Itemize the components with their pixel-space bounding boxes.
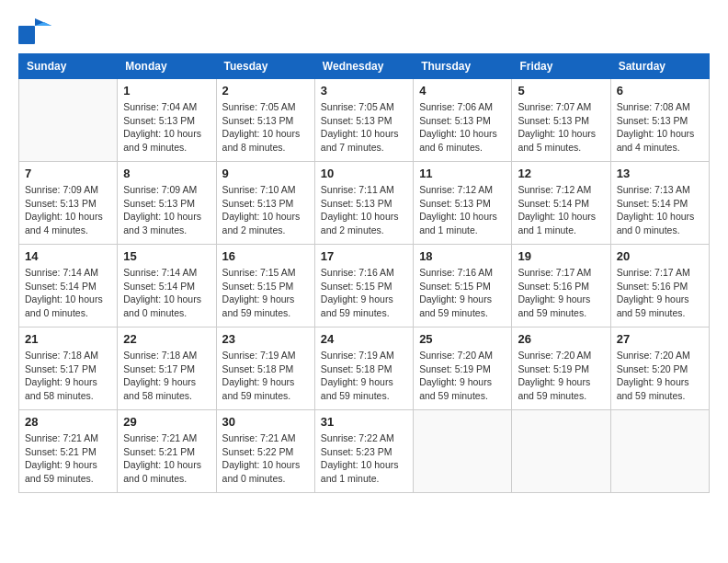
- calendar-cell: 18Sunrise: 7:16 AM Sunset: 5:15 PM Dayli…: [414, 245, 512, 327]
- day-detail: Sunrise: 7:22 AM Sunset: 5:23 PM Dayligh…: [321, 431, 407, 486]
- calendar-cell: 21Sunrise: 7:18 AM Sunset: 5:17 PM Dayli…: [19, 327, 118, 410]
- calendar-cell: 15Sunrise: 7:14 AM Sunset: 5:14 PM Dayli…: [118, 245, 216, 327]
- day-detail: Sunrise: 7:18 AM Sunset: 5:17 PM Dayligh…: [25, 349, 111, 403]
- weekday-header-wednesday: Wednesday: [314, 54, 413, 79]
- day-number: 24: [321, 332, 407, 346]
- calendar-week-row: 1Sunrise: 7:04 AM Sunset: 5:13 PM Daylig…: [19, 79, 710, 162]
- day-detail: Sunrise: 7:08 AM Sunset: 5:13 PM Dayligh…: [617, 100, 703, 155]
- calendar-cell: 2Sunrise: 7:05 AM Sunset: 5:13 PM Daylig…: [216, 79, 314, 162]
- day-number: 31: [321, 415, 407, 429]
- day-detail: Sunrise: 7:21 AM Sunset: 5:21 PM Dayligh…: [123, 431, 210, 486]
- calendar-cell: 6Sunrise: 7:08 AM Sunset: 5:13 PM Daylig…: [610, 79, 709, 162]
- calendar-cell: 11Sunrise: 7:12 AM Sunset: 5:13 PM Dayli…: [414, 162, 512, 245]
- calendar-cell: 28Sunrise: 7:21 AM Sunset: 5:21 PM Dayli…: [19, 410, 118, 493]
- day-detail: Sunrise: 7:19 AM Sunset: 5:18 PM Dayligh…: [321, 349, 407, 403]
- calendar-cell: 3Sunrise: 7:05 AM Sunset: 5:13 PM Daylig…: [314, 79, 413, 162]
- day-number: 30: [222, 415, 309, 429]
- calendar-cell: 4Sunrise: 7:06 AM Sunset: 5:13 PM Daylig…: [414, 79, 512, 162]
- day-number: 17: [321, 249, 407, 263]
- day-detail: Sunrise: 7:17 AM Sunset: 5:16 PM Dayligh…: [518, 266, 604, 320]
- day-number: 29: [123, 415, 210, 429]
- day-number: 6: [617, 84, 703, 98]
- calendar-cell: 17Sunrise: 7:16 AM Sunset: 5:15 PM Dayli…: [314, 245, 413, 327]
- day-number: 10: [321, 167, 407, 180]
- day-number: 27: [617, 332, 703, 346]
- day-detail: Sunrise: 7:16 AM Sunset: 5:15 PM Dayligh…: [419, 266, 506, 320]
- day-detail: Sunrise: 7:20 AM Sunset: 5:19 PM Dayligh…: [419, 349, 506, 403]
- day-detail: Sunrise: 7:15 AM Sunset: 5:15 PM Dayligh…: [222, 266, 309, 320]
- day-number: 22: [123, 332, 210, 346]
- logo: [18, 18, 55, 44]
- calendar-cell: 29Sunrise: 7:21 AM Sunset: 5:21 PM Dayli…: [118, 410, 216, 493]
- calendar-cell: 16Sunrise: 7:15 AM Sunset: 5:15 PM Dayli…: [216, 245, 314, 327]
- calendar-cell: 12Sunrise: 7:12 AM Sunset: 5:14 PM Dayli…: [512, 162, 610, 245]
- day-detail: Sunrise: 7:14 AM Sunset: 5:14 PM Dayligh…: [25, 266, 111, 320]
- day-number: 19: [518, 249, 604, 263]
- day-detail: Sunrise: 7:09 AM Sunset: 5:13 PM Dayligh…: [123, 183, 210, 237]
- calendar-cell: 7Sunrise: 7:09 AM Sunset: 5:13 PM Daylig…: [19, 162, 118, 245]
- day-number: 5: [518, 84, 604, 98]
- day-number: 2: [222, 84, 309, 98]
- day-number: 4: [419, 84, 506, 98]
- weekday-header-monday: Monday: [118, 54, 216, 79]
- svg-rect-0: [18, 26, 35, 44]
- calendar-week-row: 21Sunrise: 7:18 AM Sunset: 5:17 PM Dayli…: [19, 327, 710, 410]
- day-detail: Sunrise: 7:18 AM Sunset: 5:17 PM Dayligh…: [123, 349, 210, 403]
- day-number: 23: [222, 332, 309, 346]
- calendar-cell: 27Sunrise: 7:20 AM Sunset: 5:20 PM Dayli…: [610, 327, 709, 410]
- weekday-header-tuesday: Tuesday: [216, 54, 314, 79]
- day-number: 14: [25, 249, 111, 263]
- calendar-cell: 25Sunrise: 7:20 AM Sunset: 5:19 PM Dayli…: [414, 327, 512, 410]
- calendar-cell: 26Sunrise: 7:20 AM Sunset: 5:19 PM Dayli…: [512, 327, 610, 410]
- day-detail: Sunrise: 7:10 AM Sunset: 5:13 PM Dayligh…: [222, 183, 309, 237]
- day-detail: Sunrise: 7:20 AM Sunset: 5:19 PM Dayligh…: [518, 349, 604, 403]
- weekday-header-row: SundayMondayTuesdayWednesdayThursdayFrid…: [19, 54, 710, 79]
- weekday-header-thursday: Thursday: [414, 54, 512, 79]
- day-detail: Sunrise: 7:20 AM Sunset: 5:20 PM Dayligh…: [617, 349, 703, 403]
- day-detail: Sunrise: 7:19 AM Sunset: 5:18 PM Dayligh…: [222, 349, 309, 403]
- calendar-cell: 23Sunrise: 7:19 AM Sunset: 5:18 PM Dayli…: [216, 327, 314, 410]
- logo-icon: [18, 18, 51, 44]
- calendar-week-row: 14Sunrise: 7:14 AM Sunset: 5:14 PM Dayli…: [19, 245, 710, 327]
- weekday-header-saturday: Saturday: [610, 54, 709, 79]
- day-detail: Sunrise: 7:16 AM Sunset: 5:15 PM Dayligh…: [321, 266, 407, 320]
- page-header: [18, 18, 710, 44]
- calendar-cell: [19, 79, 118, 162]
- day-detail: Sunrise: 7:11 AM Sunset: 5:13 PM Dayligh…: [321, 183, 407, 237]
- day-detail: Sunrise: 7:21 AM Sunset: 5:21 PM Dayligh…: [25, 431, 111, 486]
- day-number: 9: [222, 167, 309, 180]
- day-number: 16: [222, 249, 309, 263]
- calendar-cell: 20Sunrise: 7:17 AM Sunset: 5:16 PM Dayli…: [610, 245, 709, 327]
- calendar-cell: 5Sunrise: 7:07 AM Sunset: 5:13 PM Daylig…: [512, 79, 610, 162]
- calendar-cell: 24Sunrise: 7:19 AM Sunset: 5:18 PM Dayli…: [314, 327, 413, 410]
- calendar-cell: 30Sunrise: 7:21 AM Sunset: 5:22 PM Dayli…: [216, 410, 314, 493]
- day-number: 28: [25, 415, 111, 429]
- calendar-cell: 19Sunrise: 7:17 AM Sunset: 5:16 PM Dayli…: [512, 245, 610, 327]
- calendar-cell: 8Sunrise: 7:09 AM Sunset: 5:13 PM Daylig…: [118, 162, 216, 245]
- day-detail: Sunrise: 7:09 AM Sunset: 5:13 PM Dayligh…: [25, 183, 111, 237]
- calendar-cell: 13Sunrise: 7:13 AM Sunset: 5:14 PM Dayli…: [610, 162, 709, 245]
- day-detail: Sunrise: 7:04 AM Sunset: 5:13 PM Dayligh…: [123, 100, 210, 155]
- calendar-cell: 22Sunrise: 7:18 AM Sunset: 5:17 PM Dayli…: [118, 327, 216, 410]
- calendar-cell: [610, 410, 709, 493]
- calendar-cell: 9Sunrise: 7:10 AM Sunset: 5:13 PM Daylig…: [216, 162, 314, 245]
- calendar-cell: 10Sunrise: 7:11 AM Sunset: 5:13 PM Dayli…: [314, 162, 413, 245]
- day-detail: Sunrise: 7:05 AM Sunset: 5:13 PM Dayligh…: [222, 100, 309, 155]
- day-detail: Sunrise: 7:17 AM Sunset: 5:16 PM Dayligh…: [617, 266, 703, 320]
- day-detail: Sunrise: 7:06 AM Sunset: 5:13 PM Dayligh…: [419, 100, 506, 155]
- day-number: 11: [419, 167, 506, 180]
- day-detail: Sunrise: 7:07 AM Sunset: 5:13 PM Dayligh…: [518, 100, 604, 155]
- day-detail: Sunrise: 7:14 AM Sunset: 5:14 PM Dayligh…: [123, 266, 210, 320]
- day-number: 1: [123, 84, 210, 98]
- day-number: 15: [123, 249, 210, 263]
- day-detail: Sunrise: 7:12 AM Sunset: 5:13 PM Dayligh…: [419, 183, 506, 237]
- day-detail: Sunrise: 7:13 AM Sunset: 5:14 PM Dayligh…: [617, 183, 703, 237]
- day-detail: Sunrise: 7:12 AM Sunset: 5:14 PM Dayligh…: [518, 183, 604, 237]
- day-number: 20: [617, 249, 703, 263]
- day-number: 7: [25, 167, 111, 180]
- calendar-table: SundayMondayTuesdayWednesdayThursdayFrid…: [18, 53, 710, 493]
- day-number: 18: [419, 249, 506, 263]
- calendar-week-row: 28Sunrise: 7:21 AM Sunset: 5:21 PM Dayli…: [19, 410, 710, 493]
- day-number: 26: [518, 332, 604, 346]
- day-number: 3: [321, 84, 407, 98]
